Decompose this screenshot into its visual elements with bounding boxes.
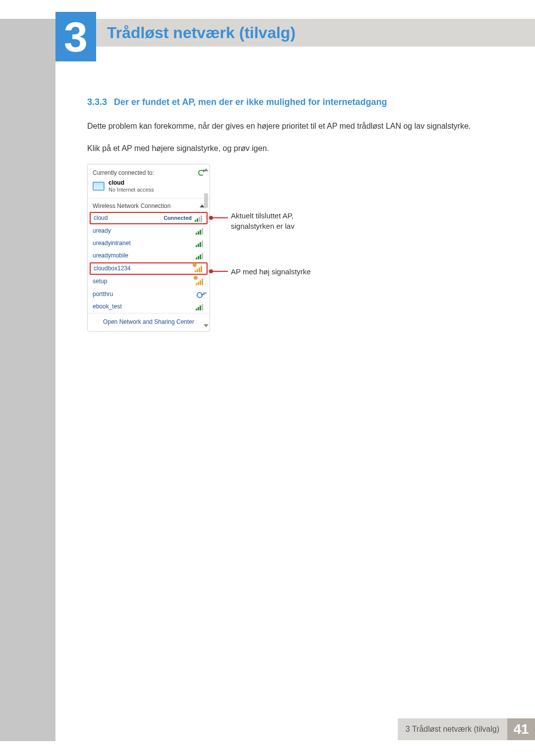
footer-page-number: 41 — [507, 718, 535, 740]
signal-bars-icon — [195, 214, 204, 222]
wifi-item-ureadyintranet[interactable]: ureadyintranet — [88, 237, 210, 250]
wifi-header-label: Currently connected to: — [93, 169, 154, 176]
diagram: Currently connected to: cloud No Interne… — [87, 164, 500, 332]
callout-1-line2: signalstyrken er lav — [231, 222, 294, 230]
wifi-section-label: Wireless Network Connection — [93, 202, 170, 209]
scrollbar[interactable] — [204, 168, 209, 327]
wifi-connected-name: cloud — [108, 179, 154, 186]
wifi-item-ebook_test[interactable]: ebook_test — [88, 301, 210, 313]
section-number: 3.3.3 — [87, 97, 107, 107]
wifi-header-row: Currently connected to: — [88, 164, 210, 178]
wifi-item-cloudbox1234[interactable]: cloudbox1234 — [90, 262, 208, 275]
wifi-item-name: portthru — [93, 291, 197, 298]
left-margin-strip — [0, 19, 55, 741]
wifi-item-uready[interactable]: uready — [88, 225, 210, 237]
callout-1-line1: Aktuelt tilsluttet AP, — [231, 211, 293, 220]
wifi-connected-block: cloud No Internet access — [88, 178, 210, 199]
footer-text: 3 Trådløst netværk (tilvalg) — [398, 718, 507, 740]
callout-1: Aktuelt tilsluttet AP, signalstyrken er … — [231, 210, 294, 231]
wifi-item-cloud[interactable]: cloud Connected — [90, 212, 208, 224]
wifi-item-name: uready — [93, 227, 196, 234]
wifi-item-name: ureadymobile — [93, 252, 196, 259]
signal-bars-icon — [195, 265, 204, 272]
scroll-down-icon[interactable] — [204, 324, 209, 327]
section-title: Der er fundet et AP, men der er ikke mul… — [114, 97, 387, 107]
wifi-item-name: ebook_test — [93, 303, 196, 310]
wifi-open-center-link[interactable]: Open Network and Sharing Center — [88, 313, 210, 331]
chapter-title: Trådløst netværk (tilvalg) — [107, 24, 296, 42]
wifi-connected-text: cloud No Internet access — [108, 179, 154, 193]
callout-line-1 — [210, 217, 228, 218]
wifi-connected-status: No Internet access — [108, 187, 154, 193]
wifi-popup: Currently connected to: cloud No Interne… — [87, 164, 210, 332]
wifi-item-ureadymobile[interactable]: ureadymobile — [88, 250, 210, 262]
page-content: 3.3.3Der er fundet et AP, men der er ikk… — [87, 97, 500, 332]
wifi-item-portthru[interactable]: portthru — [88, 288, 210, 301]
wifi-item-name: cloudbox1234 — [94, 265, 195, 272]
callout-2: AP med høj signalstyrke — [231, 266, 311, 277]
chapter-number: 3 — [64, 12, 88, 61]
network-icon — [93, 182, 105, 191]
wifi-item-name: cloud — [94, 214, 163, 221]
section-heading: 3.3.3Der er fundet et AP, men der er ikk… — [87, 97, 500, 107]
scroll-up-icon[interactable] — [204, 168, 209, 171]
chapter-number-box: 3 — [55, 12, 96, 61]
paragraph-2: Klik på et AP med højere signalstyrke, o… — [87, 142, 500, 155]
callout-line-2 — [210, 271, 228, 272]
wifi-item-connected-label: Connected — [163, 215, 192, 221]
wifi-item-name: ureadyintranet — [93, 240, 196, 247]
wifi-item-setup[interactable]: setup — [88, 275, 210, 288]
wifi-item-name: setup — [93, 278, 196, 285]
wifi-section-header: Wireless Network Connection — [88, 199, 210, 211]
scroll-thumb[interactable] — [204, 193, 208, 208]
page-footer: 3 Trådløst netværk (tilvalg) 41 — [57, 718, 535, 740]
paragraph-1: Dette problem kan forekomme, når der giv… — [87, 119, 500, 133]
